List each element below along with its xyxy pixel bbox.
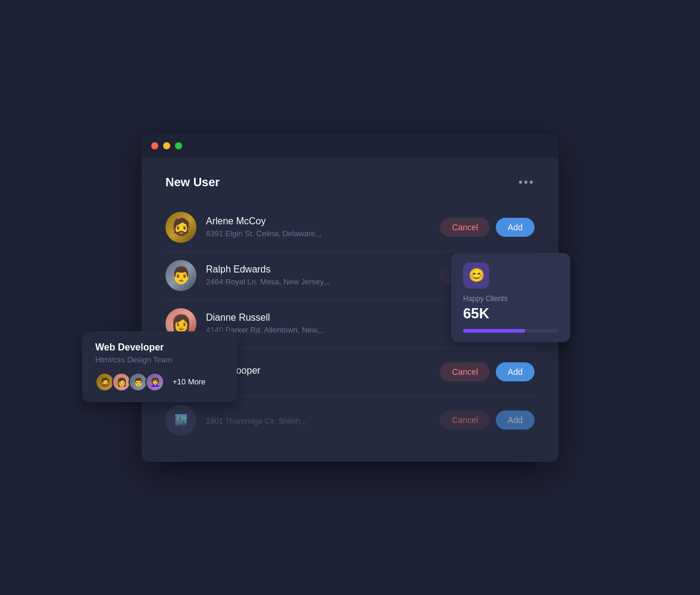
action-buttons: Cancel Add <box>440 362 535 381</box>
happy-clients-value: 65K <box>463 305 558 322</box>
avatar-image: 🏙️ <box>165 405 196 436</box>
web-dev-title: Web Developer <box>95 342 224 353</box>
happy-clients-card: 😊 Happy Clients 65K <box>451 253 570 342</box>
maximize-dot[interactable] <box>175 142 182 149</box>
team-avatar: 👩‍🦱 <box>145 372 164 392</box>
section-header: New User ••• <box>165 176 535 189</box>
section-title: New User <box>165 176 220 189</box>
avatar: 🧔 <box>165 212 196 243</box>
titlebar <box>142 134 558 158</box>
cancel-button[interactable]: Cancel <box>440 411 490 430</box>
minimize-dot[interactable] <box>163 142 170 149</box>
action-buttons: Cancel Add <box>440 218 535 237</box>
progress-fill <box>463 329 525 333</box>
web-dev-subtitle: Html/css Design Team <box>95 355 224 364</box>
avatar-image: 🧔 <box>165 212 196 243</box>
avatar-image: 👨 <box>165 260 196 291</box>
main-content: New User ••• 🧔 Arlene McCoy 6391 Elgin S… <box>142 158 558 462</box>
cancel-button[interactable]: Cancel <box>440 362 490 381</box>
user-address: 1901 Thornridge Cir. Shiloh,,, <box>206 416 440 425</box>
web-developer-card: Web Developer Html/css Design Team 🧔 👩 👨… <box>82 331 237 402</box>
user-info: Arlene McCoy 6391 Elgin St. Celina, Dela… <box>206 216 440 238</box>
action-buttons: Cancel Add <box>440 411 535 430</box>
add-button[interactable]: Add <box>496 218 535 237</box>
progress-bar <box>463 329 558 333</box>
user-name: Jane Cooper <box>206 365 440 376</box>
table-row: 🏙️ 1901 Thornridge Cir. Shiloh,,, Cancel… <box>165 396 535 444</box>
avatar: 👨 <box>165 260 196 291</box>
user-name: Arlene McCoy <box>206 216 440 227</box>
user-name: Ralph Edwards <box>206 264 440 275</box>
user-info: Jane Cooper <box>206 365 440 378</box>
more-options-button[interactable]: ••• <box>518 176 535 189</box>
main-window: New User ••• 🧔 Arlene McCoy 6391 Elgin S… <box>142 134 558 462</box>
user-info: 1901 Thornridge Cir. Shiloh,,, <box>206 414 440 425</box>
happy-clients-label: Happy Clients <box>463 295 558 303</box>
add-button[interactable]: Add <box>496 362 535 381</box>
user-address: 6391 Elgin St. Celina, Delaware,,, <box>206 229 440 238</box>
more-members-label: +10 More <box>173 377 205 386</box>
user-info: Ralph Edwards 2464 Royal Ln. Mesa, New J… <box>206 264 440 286</box>
add-button[interactable]: Add <box>496 411 535 430</box>
happy-face-icon: 😊 <box>463 262 489 289</box>
table-row: 🧔 Arlene McCoy 6391 Elgin St. Celina, De… <box>165 203 535 252</box>
avatar: 🏙️ <box>165 405 196 436</box>
close-dot[interactable] <box>151 142 158 149</box>
team-avatars: 🧔 👩 👨 👩‍🦱 +10 More <box>95 372 224 392</box>
user-address: 2464 Royal Ln. Mesa, New Jersey,,, <box>206 277 440 286</box>
cancel-button[interactable]: Cancel <box>440 218 490 237</box>
